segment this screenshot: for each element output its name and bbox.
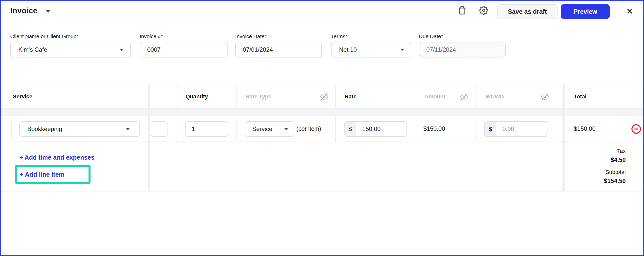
row-divider bbox=[335, 116, 336, 142]
settings-button[interactable] bbox=[479, 6, 489, 16]
service-select[interactable]: Bookkeeping bbox=[19, 121, 140, 137]
column-header-wuwd: WUWD bbox=[475, 85, 556, 108]
eye-off-icon[interactable] bbox=[459, 93, 469, 101]
invoice-number-label: Invoice #* bbox=[140, 33, 228, 39]
top-bar: Invoice Save as draft Preview ✕ bbox=[1, 1, 643, 24]
wuwd-box: $ bbox=[484, 121, 547, 137]
wuwd-input[interactable] bbox=[496, 125, 547, 133]
client-field-label: Client Name or Client Group* bbox=[10, 33, 131, 39]
gear-icon bbox=[479, 6, 488, 15]
subtotal-label: Subtotal bbox=[604, 169, 626, 175]
column-header-service: Service bbox=[1, 85, 148, 108]
eye-off-icon[interactable] bbox=[319, 93, 329, 101]
invoice-editor: Invoice Save as draft Preview ✕ Client N… bbox=[0, 0, 644, 256]
chevron-down-icon bbox=[120, 49, 124, 51]
required-asterisk: * bbox=[161, 33, 163, 39]
column-header-quantity: Quantity bbox=[178, 85, 236, 108]
column-header-total: Total bbox=[565, 85, 644, 108]
tax-label: Tax bbox=[604, 148, 626, 154]
required-asterisk: * bbox=[265, 33, 267, 39]
due-date-field: Due Date* bbox=[419, 33, 506, 57]
row-total-value: $150.00 bbox=[574, 125, 596, 132]
trash-icon bbox=[458, 6, 467, 15]
table-header-row: Service Quantity Rate Type Rate Amount bbox=[1, 85, 643, 108]
description-input-partial[interactable] bbox=[151, 121, 168, 137]
invoice-date-input[interactable] bbox=[236, 46, 321, 53]
rate-type-select-value: Service bbox=[245, 125, 272, 133]
invoice-type-chevron-down-icon[interactable] bbox=[46, 10, 50, 13]
close-icon[interactable]: ✕ bbox=[624, 5, 636, 17]
terms-field: Terms* Net 10 bbox=[331, 33, 411, 57]
column-header-rate-type: Rate Type bbox=[236, 85, 335, 108]
pane-gap-right bbox=[562, 85, 565, 191]
save-as-draft-button[interactable]: Save as draft bbox=[497, 4, 557, 19]
rate-box: $ bbox=[344, 121, 407, 137]
required-asterisk: * bbox=[441, 33, 443, 39]
due-date-label: Due Date* bbox=[419, 33, 506, 39]
invoice-date-box bbox=[235, 42, 322, 57]
table-gap-band bbox=[1, 108, 643, 116]
add-line-item-link[interactable]: + Add line item bbox=[17, 171, 64, 178]
quantity-box bbox=[185, 121, 228, 137]
client-field: Client Name or Client Group* Kim's Cafe bbox=[10, 33, 131, 57]
rate-input[interactable] bbox=[356, 125, 407, 133]
pane-gap-left bbox=[148, 85, 150, 191]
required-asterisk: * bbox=[76, 33, 78, 39]
column-header-spacer bbox=[556, 85, 562, 108]
terms-select-value: Net 10 bbox=[332, 46, 357, 53]
chevron-down-icon bbox=[284, 128, 288, 130]
page-title: Invoice bbox=[10, 6, 37, 15]
amount-value: $150.00 bbox=[423, 125, 445, 132]
delete-invoice-button[interactable] bbox=[458, 6, 468, 16]
service-select-value: Bookkeeping bbox=[20, 125, 62, 133]
row-divider bbox=[475, 116, 475, 142]
terms-select[interactable]: Net 10 bbox=[331, 42, 411, 57]
terms-label: Terms* bbox=[331, 33, 411, 39]
required-asterisk: * bbox=[345, 33, 347, 39]
column-header-amount: Amount bbox=[415, 85, 475, 108]
chevron-down-icon bbox=[126, 128, 130, 130]
due-date-input bbox=[419, 46, 505, 53]
add-line-item-highlight-box: + Add line item bbox=[15, 165, 91, 184]
eye-off-icon[interactable] bbox=[540, 93, 550, 101]
subtotal-value: $154.50 bbox=[604, 177, 626, 184]
due-date-box bbox=[419, 42, 506, 57]
row-divider bbox=[236, 116, 236, 142]
invoice-date-field: Invoice Date* bbox=[235, 33, 322, 57]
topbar-divider bbox=[615, 5, 615, 18]
currency-prefix: $ bbox=[345, 122, 356, 136]
add-time-expenses-link[interactable]: + Add time and expenses bbox=[19, 154, 95, 161]
remove-line-item-button[interactable] bbox=[631, 124, 641, 134]
minus-icon bbox=[634, 129, 638, 130]
client-select[interactable]: Kim's Cafe bbox=[10, 42, 131, 57]
quantity-input[interactable] bbox=[186, 125, 228, 133]
line-items-table: Service Quantity Rate Type Rate Amount bbox=[1, 85, 643, 191]
column-header-spacer bbox=[150, 85, 178, 108]
invoice-number-box bbox=[140, 42, 228, 57]
rate-unit-note: (per item) bbox=[296, 125, 321, 132]
invoice-date-label: Invoice Date* bbox=[235, 33, 322, 39]
preview-button[interactable]: Preview bbox=[561, 4, 610, 19]
row-divider bbox=[556, 116, 556, 142]
invoice-number-field: Invoice #* bbox=[140, 33, 228, 57]
rate-type-select[interactable]: Service bbox=[245, 121, 294, 137]
client-select-value: Kim's Cafe bbox=[11, 46, 47, 53]
column-header-rate: Rate bbox=[335, 85, 415, 108]
chevron-down-icon bbox=[400, 49, 404, 51]
invoice-number-input[interactable] bbox=[140, 46, 227, 53]
row-divider bbox=[415, 116, 415, 142]
row-divider bbox=[178, 116, 178, 142]
tax-value: $4.50 bbox=[604, 156, 626, 163]
currency-prefix: $ bbox=[485, 122, 496, 136]
invoice-summary: Tax $4.50 Subtotal $154.50 bbox=[604, 148, 626, 184]
